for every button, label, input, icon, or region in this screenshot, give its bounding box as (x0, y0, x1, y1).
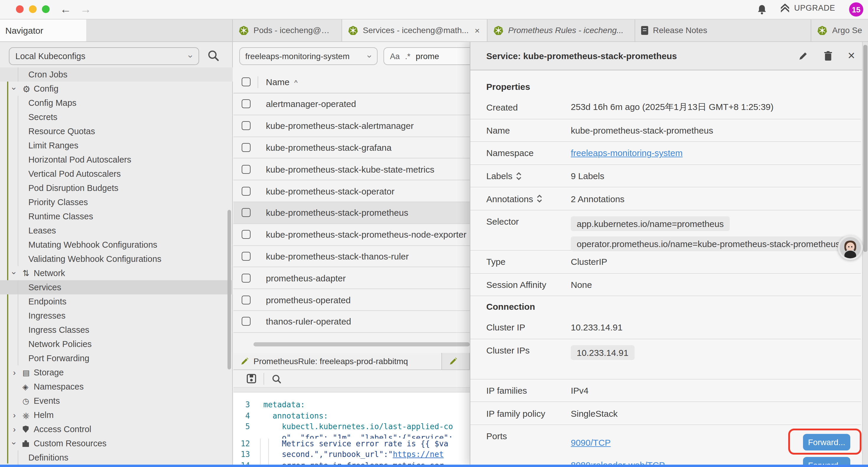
sidebar-item[interactable]: Custom Resources (0, 436, 233, 450)
row-checkbox[interactable] (242, 186, 251, 195)
sidebar-item[interactable]: Config Maps (0, 96, 233, 110)
name-filter-input[interactable]: Aa .* prome (383, 47, 478, 65)
sidebar-item[interactable]: Cron Jobs (0, 67, 233, 82)
editor-tab[interactable]: PrometheusRule: freeleaps-prod-rabbitmq (234, 353, 442, 370)
port-link[interactable]: 9090/TCP (571, 437, 611, 447)
sidebar-scrollbar[interactable] (227, 210, 231, 370)
row-checkbox[interactable] (242, 230, 251, 239)
row-checkbox[interactable] (242, 143, 251, 152)
row-checkbox[interactable] (242, 165, 251, 174)
delete-trash-icon[interactable] (824, 51, 832, 61)
sidebar-item[interactable]: Access Control (0, 422, 233, 436)
tab-release-notes[interactable]: Release Notes (634, 19, 811, 41)
sidebar-item[interactable]: Ingress Classes (0, 323, 233, 337)
user-avatar[interactable] (838, 235, 863, 260)
sidebar-item[interactable]: Network (0, 266, 233, 280)
forward-button[interactable]: → (78, 2, 93, 17)
sidebar-search-icon[interactable] (207, 49, 220, 62)
expander-icon[interactable] (13, 439, 23, 447)
port-forward-button[interactable]: Forward... (803, 434, 850, 450)
row-checkbox[interactable] (242, 121, 251, 130)
sidebar-item[interactable]: Events (0, 394, 233, 408)
sidebar-item[interactable]: Pod Disruption Budgets (0, 181, 233, 195)
table-row[interactable]: kube-prometheus-stack-kube-state-metrics (234, 159, 470, 181)
tab-argo[interactable]: Argo Se (811, 19, 868, 41)
tab-services[interactable]: Services - icecheng@math... × (342, 19, 487, 41)
expander-icon[interactable] (13, 85, 23, 93)
value-link[interactable]: freeleaps-monitoring-system (571, 148, 683, 158)
regex-toggle[interactable]: .* (405, 52, 410, 61)
expander-icon[interactable] (13, 425, 23, 433)
table-row[interactable]: alertmanager-operated (234, 93, 470, 115)
row-checkbox[interactable] (242, 274, 251, 283)
table-row[interactable]: kube-prometheus-stack-prometheus (234, 202, 470, 224)
edit-pencil-icon[interactable] (798, 51, 808, 61)
detail-scrollbar-track[interactable] (862, 41, 868, 467)
kubeconfig-selector[interactable]: Local Kubeconfigs › (9, 47, 199, 65)
sidebar-item[interactable]: Definitions (0, 450, 233, 465)
close-tab-icon[interactable]: × (473, 25, 481, 35)
table-row[interactable]: kube-prometheus-stack-grafana (234, 137, 470, 159)
row-checkbox[interactable] (242, 317, 251, 326)
maximize-window-button[interactable] (42, 5, 50, 13)
sidebar-item[interactable]: Secrets (0, 110, 233, 124)
expander-icon[interactable] (13, 411, 23, 419)
sidebar-item[interactable]: Storage (0, 365, 233, 380)
sidebar-item[interactable]: Services (0, 280, 233, 294)
sidebar-item[interactable]: Port Forwarding (0, 351, 233, 365)
save-icon[interactable] (246, 374, 256, 384)
editor-search-icon[interactable] (271, 373, 282, 384)
detail-scrollbar-thumb[interactable] (863, 45, 867, 252)
row-checkbox[interactable] (242, 295, 251, 304)
property-label: Session Affinity (486, 280, 546, 290)
select-all-checkbox[interactable] (242, 78, 251, 86)
sidebar-item[interactable]: Leases (0, 224, 233, 238)
name-column-header[interactable]: Name (266, 77, 289, 87)
horizontal-scrollbar[interactable] (253, 342, 470, 346)
sidebar-item[interactable]: Horizontal Pod Autoscalers (0, 152, 233, 167)
expander-icon[interactable] (13, 269, 23, 277)
sidebar-item[interactable]: Network Policies (0, 337, 233, 351)
tab-prometheus-rules[interactable]: Prometheus Rules - icecheng... (487, 19, 634, 41)
sidebar-item[interactable]: Vertical Pod Autoscalers (0, 167, 233, 181)
sidebar-item[interactable]: Endpoints (0, 294, 233, 309)
sidebar-item[interactable]: Resource Quotas (0, 124, 233, 138)
match-case-toggle[interactable]: Aa (390, 52, 400, 61)
table-row[interactable]: kube-prometheus-stack-thanos-ruler (234, 245, 470, 267)
minimize-window-button[interactable] (29, 5, 37, 13)
back-button[interactable]: ← (58, 2, 73, 17)
sidebar-item[interactable]: Runtime Classes (0, 209, 233, 224)
tab-pods[interactable]: Pods - icecheng@mathmas... (232, 19, 342, 41)
expand-collapse-arrows-icon[interactable] (516, 172, 522, 180)
sidebar-item[interactable]: Priority Classes (0, 195, 233, 209)
yaml-editor[interactable]: 3 metadata: 4 annotations: 5 kubectl.kub… (234, 392, 470, 466)
expand-collapse-arrows-icon[interactable] (536, 195, 542, 203)
close-window-button[interactable] (16, 5, 24, 13)
sidebar-item[interactable]: Ingresses (0, 309, 233, 323)
table-row[interactable]: kube-prometheus-stack-prometheus-node-ex… (234, 224, 470, 246)
table-row[interactable]: kube-prometheus-stack-operator (234, 180, 470, 202)
sidebar-item[interactable]: Helm (0, 408, 233, 422)
expander-icon[interactable] (13, 368, 23, 377)
notifications-bell-icon[interactable] (757, 4, 767, 15)
property-row: IP family policy SingleStack SingleStack (470, 402, 861, 425)
editor-tab[interactable] (442, 353, 470, 370)
table-row[interactable]: prometheus-adapter (234, 267, 470, 289)
row-checkbox[interactable] (242, 208, 251, 217)
table-row[interactable]: kube-prometheus-stack-alertmanager (234, 115, 470, 137)
namespace-filter-dropdown[interactable]: freeleaps-monitoring-system › (239, 47, 378, 65)
notification-count-badge[interactable]: 15 (849, 2, 863, 17)
row-checkbox[interactable] (242, 99, 251, 109)
sort-ascending-icon[interactable]: ^ (294, 78, 298, 87)
close-panel-icon[interactable]: × (848, 50, 855, 61)
sidebar-item[interactable]: Mutating Webhook Configurations (0, 238, 233, 252)
sidebar-item[interactable]: Validating Webhook Configurations (0, 252, 233, 266)
row-checkbox[interactable] (242, 252, 251, 261)
sidebar-item[interactable]: Limit Ranges (0, 138, 233, 152)
table-row[interactable]: prometheus-operated (234, 289, 470, 311)
upgrade-button[interactable]: UPGRADE (780, 3, 835, 13)
resource-tree: Cron Jobs Config Config Maps Secrets (0, 67, 233, 467)
sidebar-item[interactable]: Config (0, 82, 233, 96)
table-row[interactable]: thanos-ruler-operated (234, 311, 470, 333)
sidebar-item[interactable]: Namespaces (0, 380, 233, 394)
